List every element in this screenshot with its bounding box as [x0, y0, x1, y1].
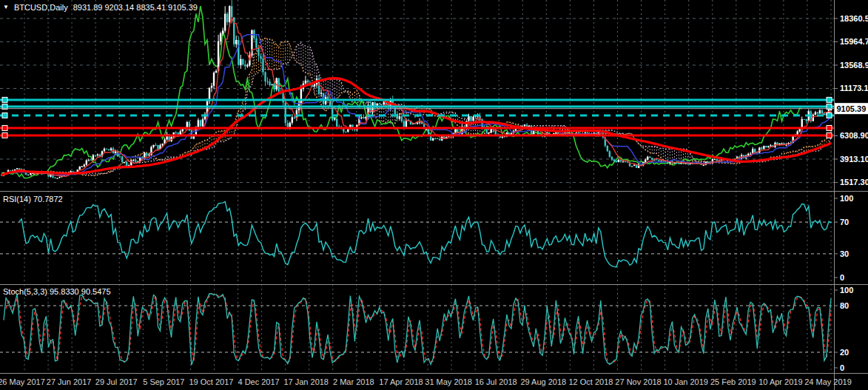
- date-axis-label: 10 Jan 2019: [663, 377, 708, 386]
- date-axis-label: 27 Jun 2017: [47, 377, 92, 386]
- rsi-axis-label: 100: [840, 194, 853, 203]
- line-handle-marker[interactable]: [827, 112, 832, 118]
- rsi-axis-label: 30: [840, 249, 849, 258]
- line-handle-marker[interactable]: [2, 112, 7, 118]
- date-axis-label: 4 Dec 2017: [238, 377, 279, 386]
- chart-canvas[interactable]: 9105.3918360.5015964.7013568.9011173.106…: [0, 0, 868, 390]
- date-axis-label: 24 May 2019: [804, 377, 852, 386]
- date-axis-label: 10 Apr 2019: [758, 377, 802, 386]
- date-axis-label: 2 Mar 2018: [333, 377, 374, 386]
- price-axis-label: 11173.10: [840, 84, 868, 93]
- date-axis-label: 16 Jul 2018: [475, 377, 517, 386]
- rsi-axis-label: 0: [840, 273, 844, 282]
- stoch-axis-label: 80: [840, 301, 849, 310]
- date-axis-label: 29 Jul 2017: [95, 377, 138, 386]
- date-axis-label: 25 Feb 2019: [710, 377, 756, 386]
- price-axis-label: 15964.70: [840, 37, 868, 46]
- date-axis-label: 12 Oct 2018: [568, 377, 613, 386]
- date-axis-label: 5 Sep 2017: [143, 377, 184, 386]
- stoch-axis-label: 20: [840, 348, 849, 357]
- line-handle-marker[interactable]: [827, 132, 832, 138]
- line-handle-marker[interactable]: [2, 126, 7, 131]
- date-axis-label: 17 Apr 2018: [379, 377, 423, 386]
- rsi-axis-label: 70: [840, 218, 849, 226]
- line-handle-marker[interactable]: [2, 132, 7, 138]
- date-axis-label: 27 Nov 2018: [615, 377, 661, 386]
- date-axis-label: 31 May 2018: [425, 377, 472, 386]
- trading-chart-window: 9105.3918360.5015964.7013568.9011173.106…: [0, 0, 868, 390]
- line-handle-marker[interactable]: [827, 126, 832, 131]
- price-axis-label: 3913.10: [840, 155, 868, 164]
- price-axis-label: 18360.50: [840, 14, 868, 23]
- stoch-axis-label: 0: [840, 363, 844, 372]
- stoch-axis-label: 100: [840, 286, 853, 295]
- price-axis-label: 13568.90: [840, 61, 868, 70]
- date-axis-label: 26 May 2017: [0, 377, 45, 386]
- date-axis-label: 29 Aug 2018: [520, 377, 566, 386]
- date-axis-label: 17 Jan 2018: [283, 377, 329, 386]
- price-axis-label: 1517.30: [840, 178, 868, 186]
- line-handle-marker[interactable]: [2, 97, 7, 102]
- symbol-dropdown-icon[interactable]: ▼: [3, 4, 9, 10]
- line-handle-marker[interactable]: [827, 97, 832, 102]
- current-price-tag-text: 9105.39: [837, 104, 867, 113]
- date-axis-label: 19 Oct 2017: [189, 377, 234, 386]
- price-axis-label: 6308.90: [840, 131, 868, 140]
